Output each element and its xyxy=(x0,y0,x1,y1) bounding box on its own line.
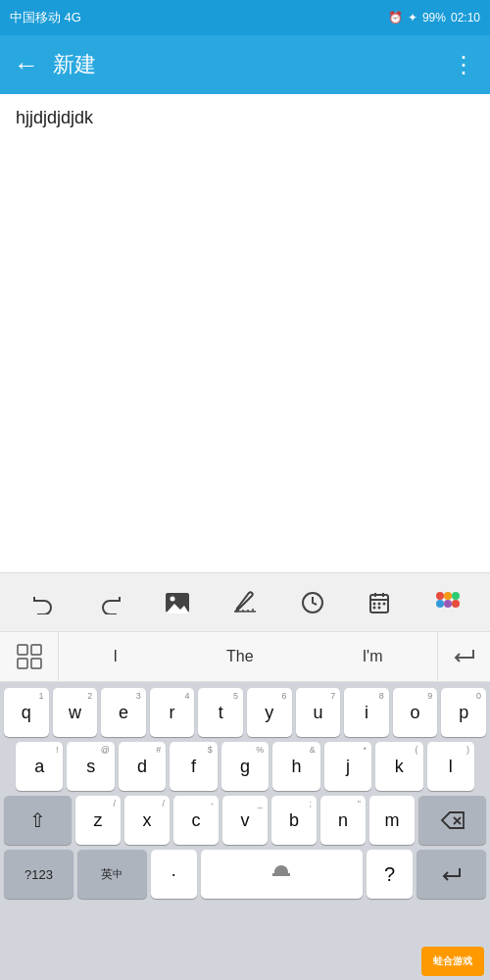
prediction-word-2[interactable]: The xyxy=(217,644,264,669)
app-bar: ← 新建 ⋮ xyxy=(0,35,490,94)
prediction-word-3[interactable]: I'm xyxy=(353,644,393,669)
key-i[interactable]: 8i xyxy=(344,688,389,737)
image-button[interactable] xyxy=(158,583,197,622)
svg-point-22 xyxy=(436,600,444,608)
grid-button[interactable] xyxy=(0,631,59,682)
key-e[interactable]: 3e xyxy=(101,688,146,737)
key-h[interactable]: &h xyxy=(272,742,319,791)
prediction-words: I The I'm xyxy=(59,644,437,669)
svg-point-1 xyxy=(171,596,175,601)
period-key[interactable]: · xyxy=(151,850,197,899)
key-j[interactable]: *j xyxy=(324,742,371,791)
key-w[interactable]: 2w xyxy=(53,688,98,737)
key-p[interactable]: 0p xyxy=(441,688,486,737)
key-k[interactable]: (k xyxy=(375,742,422,791)
key-y[interactable]: 6y xyxy=(247,688,292,737)
bluetooth-icon: ✦ xyxy=(408,11,417,24)
key-t[interactable]: 5t xyxy=(198,688,243,737)
svg-point-23 xyxy=(444,600,452,608)
shift-key[interactable]: ⇧ xyxy=(4,796,72,845)
battery-label: 99% xyxy=(422,11,446,24)
key-x[interactable]: /x xyxy=(124,796,170,845)
lang-switch-key[interactable]: 英中 xyxy=(77,850,147,899)
keyboard-row-4: ?123 英中 · ? xyxy=(4,850,486,899)
svg-point-19 xyxy=(436,592,444,600)
prediction-word-1[interactable]: I xyxy=(104,644,127,669)
status-right: ⏰ ✦ 99% 02:10 xyxy=(388,11,480,24)
time-label: 02:10 xyxy=(451,11,480,24)
editor-content: hjjdjdjdjdk xyxy=(16,108,93,127)
question-key[interactable]: ? xyxy=(367,850,413,899)
undo-button[interactable] xyxy=(24,583,63,622)
key-a[interactable]: !a xyxy=(16,742,63,791)
key-c[interactable]: -c xyxy=(173,796,219,845)
enter-keyboard-key[interactable] xyxy=(416,850,486,899)
key-n[interactable]: "n xyxy=(320,796,366,845)
more-menu-button[interactable]: ⋮ xyxy=(452,51,476,78)
status-left: 中国移动 4G xyxy=(10,9,81,26)
calendar-button[interactable] xyxy=(360,583,399,622)
key-m[interactable]: m xyxy=(369,796,415,845)
enter-key-button[interactable] xyxy=(437,631,490,682)
key-u[interactable]: 7u xyxy=(296,688,341,737)
space-key[interactable] xyxy=(201,850,363,899)
watermark: 蛙合游戏 xyxy=(421,947,484,976)
redo-button[interactable] xyxy=(91,583,130,622)
svg-point-21 xyxy=(452,592,460,600)
keyboard-row-1: 1q 2w 3e 4r 5t 6y 7u 8i 9o 0p xyxy=(4,688,486,737)
sparkle-button[interactable] xyxy=(427,583,466,622)
svg-rect-28 xyxy=(31,659,41,668)
prediction-bar: I The I'm xyxy=(0,631,490,682)
key-r[interactable]: 4r xyxy=(150,688,195,737)
keyboard-row-3: ⇧ /z /x -c _v ;b "n m xyxy=(4,796,486,845)
svg-point-20 xyxy=(444,592,452,600)
key-l[interactable]: )l xyxy=(427,742,474,791)
keyboard-row-2: !a @s #d $f %g &h *j (k )l xyxy=(4,742,486,791)
svg-rect-25 xyxy=(18,645,27,655)
key-g[interactable]: %g xyxy=(221,742,269,791)
key-d[interactable]: #d xyxy=(119,742,166,791)
alarm-icon: ⏰ xyxy=(388,11,403,24)
key-b[interactable]: ;b xyxy=(271,796,317,845)
backspace-key[interactable] xyxy=(418,796,486,845)
key-s[interactable]: @s xyxy=(67,742,114,791)
clock-button[interactable] xyxy=(293,583,332,622)
back-button[interactable]: ← xyxy=(14,50,39,80)
key-q[interactable]: 1q xyxy=(4,688,49,737)
svg-rect-27 xyxy=(18,659,27,668)
edit-button[interactable] xyxy=(225,583,265,622)
svg-rect-26 xyxy=(31,645,41,655)
text-editor[interactable]: hjjdjdjdjdk xyxy=(0,94,490,572)
svg-point-24 xyxy=(452,600,460,608)
key-o[interactable]: 9o xyxy=(393,688,438,737)
numbers-key[interactable]: ?123 xyxy=(4,850,74,899)
keyboard: 1q 2w 3e 4r 5t 6y 7u 8i 9o 0p !a @s #d $… xyxy=(0,682,490,980)
key-z[interactable]: /z xyxy=(75,796,121,845)
input-toolbar xyxy=(0,572,490,631)
key-f[interactable]: $f xyxy=(170,742,217,791)
key-v[interactable]: _v xyxy=(222,796,268,845)
page-title: 新建 xyxy=(53,50,438,79)
carrier-label: 中国移动 4G xyxy=(10,9,81,26)
status-bar: 中国移动 4G ⏰ ✦ 99% 02:10 xyxy=(0,0,490,35)
